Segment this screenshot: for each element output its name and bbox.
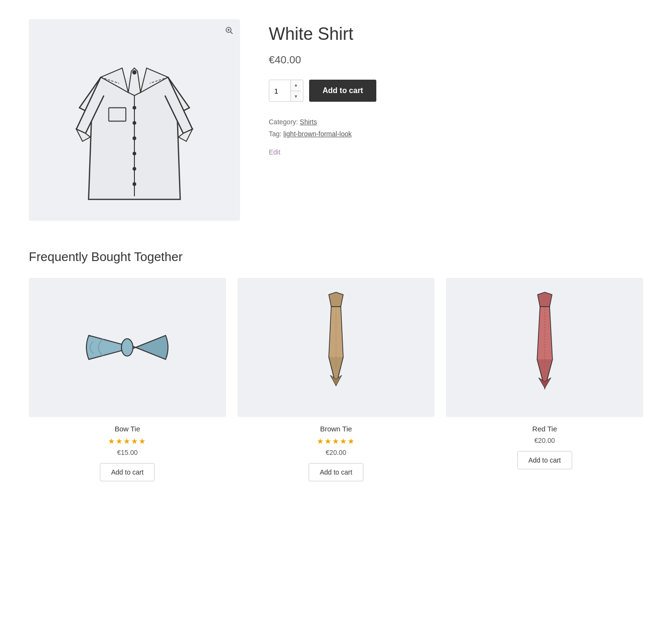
fbt-image-browntie [238, 278, 435, 417]
product-category: Category: Shirts [269, 116, 643, 128]
svg-point-10 [132, 182, 136, 186]
fbt-image-redtie [446, 278, 643, 417]
fbt-item-name-bowtie: Bow Tie [115, 425, 140, 433]
product-image-container [29, 19, 240, 221]
quantity-wrapper: ▲ ▼ [269, 80, 303, 102]
fbt-card-browntie: Brown Tie ★★★★★ €20.00 Add to cart [238, 278, 435, 481]
quantity-down[interactable]: ▼ [291, 91, 301, 102]
quantity-up[interactable]: ▲ [291, 80, 301, 91]
tag-link[interactable]: light-brown-formal-look [283, 130, 351, 138]
redtie-image [516, 290, 574, 405]
product-details: White Shirt €40.00 ▲ ▼ Add to cart Categ… [269, 19, 643, 156]
fbt-price-bowtie: €15.00 [117, 449, 138, 456]
category-link[interactable]: Shirts [300, 118, 317, 126]
fbt-image-bowtie [29, 278, 226, 417]
fbt-add-button-bowtie[interactable]: Add to cart [100, 463, 155, 481]
add-to-cart-row: ▲ ▼ Add to cart [269, 80, 643, 102]
fbt-stars-bowtie: ★★★★★ [108, 437, 146, 446]
product-title: White Shirt [269, 24, 643, 44]
edit-link[interactable]: Edit [269, 148, 280, 156]
tag-label: Tag: [269, 130, 281, 138]
svg-line-1 [230, 32, 232, 34]
svg-point-9 [132, 167, 136, 171]
product-meta: Category: Shirts Tag: light-brown-formal… [269, 116, 643, 140]
svg-point-5 [132, 106, 136, 110]
product-section: White Shirt €40.00 ▲ ▼ Add to cart Categ… [29, 19, 643, 221]
product-image [67, 34, 202, 206]
svg-point-15 [121, 339, 133, 356]
add-to-cart-button[interactable]: Add to cart [309, 80, 376, 102]
fbt-card-bowtie: Bow Tie ★★★★★ €15.00 Add to cart [29, 278, 226, 481]
bowtie-image [79, 316, 175, 379]
fbt-item-name-browntie: Brown Tie [320, 425, 352, 433]
zoom-icon[interactable] [225, 26, 233, 37]
fbt-add-button-redtie[interactable]: Add to cart [517, 451, 572, 469]
category-label: Category: [269, 118, 298, 126]
fbt-card-redtie: Red Tie €20.00 Add to cart [446, 278, 643, 481]
quantity-input[interactable] [269, 80, 290, 102]
fbt-price-redtie: €20.00 [534, 437, 555, 444]
fbt-title: Frequently Bought Together [29, 250, 643, 264]
product-tag: Tag: light-brown-formal-look [269, 128, 643, 140]
fbt-add-button-browntie[interactable]: Add to cart [309, 463, 363, 481]
fbt-item-name-redtie: Red Tie [532, 425, 557, 433]
svg-point-12 [132, 70, 137, 74]
svg-rect-11 [109, 108, 126, 121]
fbt-stars-browntie: ★★★★★ [317, 437, 355, 446]
fbt-price-browntie: €20.00 [326, 449, 347, 456]
quantity-arrows: ▲ ▼ [290, 80, 301, 102]
browntie-image [307, 290, 365, 405]
svg-point-6 [132, 121, 136, 125]
fbt-section: Frequently Bought Together Bow Tie [29, 250, 643, 481]
svg-point-7 [132, 136, 136, 140]
fbt-grid: Bow Tie ★★★★★ €15.00 Add to cart [29, 278, 643, 481]
svg-point-8 [132, 152, 136, 155]
product-price: €40.00 [269, 54, 643, 66]
